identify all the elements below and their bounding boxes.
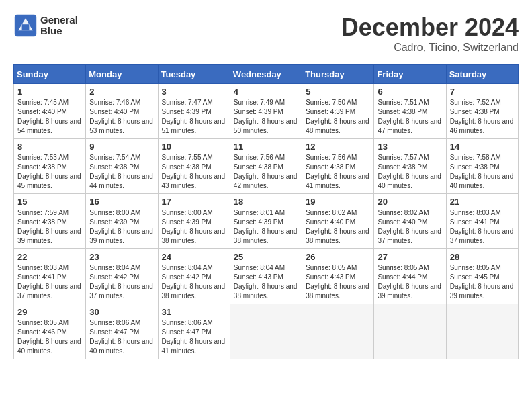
- logo-line1: General: [40, 15, 78, 26]
- cell-info: Sunrise: 8:06 AMSunset: 4:47 PMDaylight:…: [89, 319, 153, 355]
- day-number: 18: [234, 197, 298, 207]
- day-number: 16: [89, 197, 154, 207]
- cell-info: Sunrise: 7:47 AMSunset: 4:39 PMDaylight:…: [162, 99, 226, 134]
- calendar-cell: 14Sunrise: 7:58 AMSunset: 4:38 PMDayligh…: [446, 139, 518, 194]
- cell-info: Sunrise: 8:05 AMSunset: 4:44 PMDaylight:…: [378, 264, 441, 300]
- calendar-cell: 12Sunrise: 7:56 AMSunset: 4:38 PMDayligh…: [302, 139, 374, 194]
- day-number: 30: [89, 307, 154, 317]
- cell-info: Sunrise: 7:52 AMSunset: 4:38 PMDaylight:…: [450, 99, 514, 134]
- calendar-cell: [230, 304, 302, 359]
- logo-icon: [13, 13, 38, 38]
- cell-info: Sunrise: 8:05 AMSunset: 4:45 PMDaylight:…: [450, 264, 514, 300]
- calendar-cell: 17Sunrise: 8:00 AMSunset: 4:39 PMDayligh…: [158, 194, 230, 249]
- day-number: 24: [162, 252, 226, 262]
- logo-line2: Blue: [40, 26, 78, 37]
- calendar-cell: 28Sunrise: 8:05 AMSunset: 4:45 PMDayligh…: [446, 249, 518, 304]
- calendar-cell: [446, 304, 518, 359]
- day-number: 10: [162, 142, 226, 152]
- day-number: 19: [306, 197, 370, 207]
- cell-info: Sunrise: 8:04 AMSunset: 4:43 PMDaylight:…: [234, 264, 298, 300]
- cell-info: Sunrise: 7:58 AMSunset: 4:38 PMDaylight:…: [450, 154, 514, 189]
- location-title: Cadro, Ticino, Switzerland: [341, 42, 519, 54]
- cell-info: Sunrise: 8:03 AMSunset: 4:41 PMDaylight:…: [17, 264, 81, 300]
- cell-info: Sunrise: 7:46 AMSunset: 4:40 PMDaylight:…: [89, 99, 153, 134]
- day-number: 7: [450, 87, 515, 97]
- day-number: 14: [450, 142, 515, 152]
- calendar-cell: 18Sunrise: 8:01 AMSunset: 4:39 PMDayligh…: [230, 194, 302, 249]
- col-header-wednesday: Wednesday: [230, 65, 302, 84]
- day-number: 6: [378, 87, 442, 97]
- cell-info: Sunrise: 7:57 AMSunset: 4:38 PMDaylight:…: [378, 154, 441, 189]
- cell-info: Sunrise: 7:50 AMSunset: 4:39 PMDaylight:…: [306, 99, 369, 134]
- day-number: 4: [234, 87, 298, 97]
- day-number: 26: [306, 252, 370, 262]
- calendar-cell: 25Sunrise: 8:04 AMSunset: 4:43 PMDayligh…: [230, 249, 302, 304]
- calendar-cell: 2Sunrise: 7:46 AMSunset: 4:40 PMDaylight…: [86, 84, 158, 139]
- cell-info: Sunrise: 8:02 AMSunset: 4:40 PMDaylight:…: [378, 209, 441, 244]
- col-header-sunday: Sunday: [14, 65, 86, 84]
- cell-info: Sunrise: 8:00 AMSunset: 4:39 PMDaylight:…: [89, 209, 153, 244]
- cell-info: Sunrise: 7:59 AMSunset: 4:38 PMDaylight:…: [17, 209, 81, 244]
- day-number: 1: [17, 87, 82, 97]
- calendar-cell: 11Sunrise: 7:56 AMSunset: 4:38 PMDayligh…: [230, 139, 302, 194]
- cell-info: Sunrise: 7:56 AMSunset: 4:38 PMDaylight:…: [306, 154, 369, 189]
- month-title: December 2024: [341, 13, 519, 42]
- cell-info: Sunrise: 8:01 AMSunset: 4:39 PMDaylight:…: [234, 209, 298, 244]
- calendar-cell: 8Sunrise: 7:53 AMSunset: 4:38 PMDaylight…: [14, 139, 86, 194]
- cell-info: Sunrise: 8:06 AMSunset: 4:47 PMDaylight:…: [162, 319, 226, 355]
- day-number: 23: [89, 252, 154, 262]
- day-number: 29: [17, 307, 82, 317]
- col-header-tuesday: Tuesday: [158, 65, 230, 84]
- calendar-cell: 4Sunrise: 7:49 AMSunset: 4:39 PMDaylight…: [230, 84, 302, 139]
- day-number: 3: [162, 87, 226, 97]
- calendar-cell: 5Sunrise: 7:50 AMSunset: 4:39 PMDaylight…: [302, 84, 374, 139]
- calendar-cell: 22Sunrise: 8:03 AMSunset: 4:41 PMDayligh…: [14, 249, 86, 304]
- day-number: 27: [378, 252, 442, 262]
- header: General Blue December 2024 Cadro, Ticino…: [13, 13, 519, 54]
- cell-info: Sunrise: 7:49 AMSunset: 4:39 PMDaylight:…: [234, 99, 298, 134]
- week-row-4: 22Sunrise: 8:03 AMSunset: 4:41 PMDayligh…: [14, 249, 519, 304]
- col-header-thursday: Thursday: [302, 65, 374, 84]
- cell-info: Sunrise: 7:55 AMSunset: 4:38 PMDaylight:…: [162, 154, 226, 189]
- cell-info: Sunrise: 7:45 AMSunset: 4:40 PMDaylight:…: [17, 99, 81, 134]
- cell-info: Sunrise: 7:51 AMSunset: 4:38 PMDaylight:…: [378, 99, 441, 134]
- col-header-monday: Monday: [86, 65, 158, 84]
- day-number: 28: [450, 252, 515, 262]
- title-block: December 2024 Cadro, Ticino, Switzerland: [341, 13, 519, 54]
- calendar-cell: 24Sunrise: 8:04 AMSunset: 4:42 PMDayligh…: [158, 249, 230, 304]
- calendar-cell: 26Sunrise: 8:05 AMSunset: 4:43 PMDayligh…: [302, 249, 374, 304]
- week-row-5: 29Sunrise: 8:05 AMSunset: 4:46 PMDayligh…: [14, 304, 519, 359]
- day-number: 12: [306, 142, 370, 152]
- week-row-1: 1Sunrise: 7:45 AMSunset: 4:40 PMDaylight…: [14, 84, 519, 139]
- calendar-cell: [374, 304, 446, 359]
- logo: General Blue: [13, 13, 78, 38]
- cell-info: Sunrise: 8:04 AMSunset: 4:42 PMDaylight:…: [162, 264, 226, 300]
- cell-info: Sunrise: 8:05 AMSunset: 4:43 PMDaylight:…: [306, 264, 369, 300]
- day-number: 31: [162, 307, 226, 317]
- header-row: SundayMondayTuesdayWednesdayThursdayFrid…: [14, 65, 519, 84]
- calendar-cell: 13Sunrise: 7:57 AMSunset: 4:38 PMDayligh…: [374, 139, 446, 194]
- calendar-cell: 21Sunrise: 8:03 AMSunset: 4:41 PMDayligh…: [446, 194, 518, 249]
- cell-info: Sunrise: 8:03 AMSunset: 4:41 PMDaylight:…: [450, 209, 514, 244]
- day-number: 8: [17, 142, 82, 152]
- day-number: 17: [162, 197, 226, 207]
- day-number: 13: [378, 142, 442, 152]
- calendar-cell: 6Sunrise: 7:51 AMSunset: 4:38 PMDaylight…: [374, 84, 446, 139]
- cell-info: Sunrise: 8:04 AMSunset: 4:42 PMDaylight:…: [89, 264, 153, 300]
- logo-text: General Blue: [40, 15, 78, 37]
- cell-info: Sunrise: 7:54 AMSunset: 4:38 PMDaylight:…: [89, 154, 153, 189]
- cell-info: Sunrise: 8:00 AMSunset: 4:39 PMDaylight:…: [162, 209, 226, 244]
- day-number: 21: [450, 197, 515, 207]
- day-number: 2: [89, 87, 154, 97]
- day-number: 5: [306, 87, 370, 97]
- calendar-cell: 7Sunrise: 7:52 AMSunset: 4:38 PMDaylight…: [446, 84, 518, 139]
- cell-info: Sunrise: 8:05 AMSunset: 4:46 PMDaylight:…: [17, 319, 81, 355]
- svg-rect-2: [22, 24, 30, 30]
- calendar-cell: 9Sunrise: 7:54 AMSunset: 4:38 PMDaylight…: [86, 139, 158, 194]
- calendar-table: SundayMondayTuesdayWednesdayThursdayFrid…: [13, 64, 519, 359]
- calendar-cell: 30Sunrise: 8:06 AMSunset: 4:47 PMDayligh…: [86, 304, 158, 359]
- calendar-cell: 1Sunrise: 7:45 AMSunset: 4:40 PMDaylight…: [14, 84, 86, 139]
- col-header-saturday: Saturday: [446, 65, 518, 84]
- calendar-cell: 31Sunrise: 8:06 AMSunset: 4:47 PMDayligh…: [158, 304, 230, 359]
- calendar-cell: [302, 304, 374, 359]
